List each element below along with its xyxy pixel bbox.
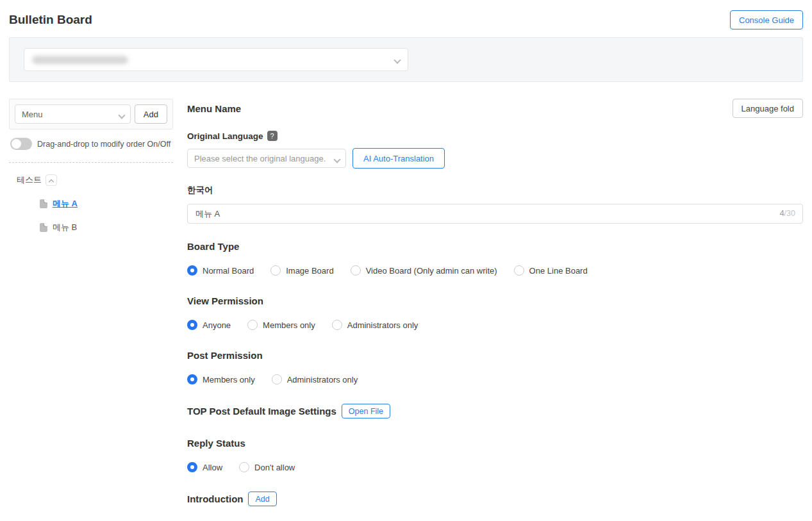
page-header: Bulletin Board Console Guide: [9, 0, 803, 37]
radio-administrators-only[interactable]: Administrators only: [332, 320, 418, 330]
dashed-divider: [9, 162, 173, 163]
radio-anyone[interactable]: Anyone: [187, 320, 231, 330]
radio-label: Administrators only: [347, 320, 418, 330]
radio-label: Don't allow: [254, 463, 295, 472]
radio-icon: [351, 265, 361, 276]
radio-label: One Line Board: [529, 266, 588, 276]
view-permission-label: View Permission: [187, 295, 803, 306]
radio-label: Members only: [263, 320, 315, 330]
bulletin-board-page: Bulletin Board Console Guide Menu Add D: [0, 0, 812, 521]
console-guide-button[interactable]: Console Guide: [730, 10, 803, 29]
site-selector-dropdown[interactable]: [24, 48, 408, 71]
radio-video-board[interactable]: Video Board (Only admin can write): [351, 265, 497, 276]
char-counter-max: /30: [784, 209, 795, 218]
radio-label: Administrators only: [287, 375, 358, 385]
radio-label: Image Board: [286, 266, 333, 276]
introduction-label: Introduction: [187, 493, 243, 504]
radio-administrators-only[interactable]: Administrators only: [272, 374, 358, 385]
radio-icon: [239, 462, 249, 472]
menu-type-select[interactable]: Menu: [15, 104, 131, 124]
menu-type-select-value: Menu: [22, 110, 43, 119]
introduction-add-button[interactable]: Add: [248, 492, 276, 506]
radio-icon: [272, 374, 282, 385]
ai-auto-translation-button[interactable]: AI Auto-Translation: [352, 148, 445, 169]
post-permission-options: Members only Administrators only: [187, 374, 803, 385]
menu-sidebar: Menu Add Drag-and-drop to modify order O…: [9, 99, 173, 233]
help-icon[interactable]: ?: [267, 131, 278, 141]
korean-language-label: 한국어: [187, 185, 803, 196]
original-language-select-placeholder: Please select the original language.: [194, 154, 326, 163]
board-type-label: Board Type: [187, 241, 803, 252]
add-menu-button[interactable]: Add: [135, 104, 167, 124]
collapse-button[interactable]: [46, 174, 57, 186]
drag-drop-toggle-label: Drag-and-drop to modify order On/Off: [37, 140, 170, 149]
original-language-label: Original Language: [187, 131, 263, 141]
radio-selected-icon: [187, 374, 197, 385]
radio-label: Anyone: [203, 320, 231, 330]
radio-allow[interactable]: Allow: [187, 462, 222, 472]
radio-icon: [247, 320, 258, 330]
tree-item-menu-a[interactable]: 메뉴 A: [9, 198, 173, 210]
char-counter: 4/30: [780, 209, 795, 218]
post-permission-label: Post Permission: [187, 350, 803, 361]
top-post-image-label: TOP Post Default Image Settings: [187, 406, 336, 417]
chevron-up-icon: [49, 178, 54, 183]
radio-selected-icon: [187, 462, 197, 472]
radio-label: Normal Board: [203, 266, 254, 276]
top-post-image-section: TOP Post Default Image Settings Open Fil…: [187, 404, 803, 418]
radio-label: Video Board (Only admin can write): [366, 266, 497, 276]
page-title: Bulletin Board: [9, 13, 92, 27]
reply-status-section: Reply Status Allow Don't allow: [187, 438, 803, 472]
tree-item-label: 메뉴 A: [53, 198, 78, 210]
reply-status-options: Allow Don't allow: [187, 462, 803, 472]
file-icon: [40, 223, 47, 232]
korean-name-input[interactable]: [187, 204, 803, 224]
blurred-site-name: [32, 56, 128, 64]
file-icon: [40, 199, 47, 208]
radio-members-only[interactable]: Members only: [187, 374, 255, 385]
radio-image-board[interactable]: Image Board: [270, 265, 333, 276]
tree-item-label: 메뉴 B: [53, 222, 77, 233]
menu-add-box: Menu Add: [9, 99, 173, 129]
original-language-row: Original Language ?: [187, 131, 803, 141]
radio-icon: [514, 265, 524, 276]
tree-root-row: 테스트: [9, 174, 173, 186]
chevron-down-icon: [335, 156, 340, 161]
chevron-down-icon: [119, 112, 124, 117]
menu-settings-panel: Menu Name Language fold Original Languag…: [187, 99, 803, 521]
radio-normal-board[interactable]: Normal Board: [187, 265, 254, 276]
toggle-knob: [12, 139, 21, 149]
radio-label: Allow: [203, 463, 222, 472]
tree-item-menu-b[interactable]: 메뉴 B: [9, 222, 173, 233]
chevron-down-icon: [395, 57, 400, 62]
reply-status-label: Reply Status: [187, 438, 803, 449]
radio-icon: [332, 320, 342, 330]
board-type-options: Normal Board Image Board Video Board (On…: [187, 265, 803, 276]
original-language-controls: Please select the original language. AI …: [187, 148, 803, 169]
post-permission-section: Post Permission Members only Administrat…: [187, 350, 803, 385]
korean-name-input-wrap: 4/30: [187, 204, 803, 224]
menu-name-title: Menu Name: [187, 103, 241, 114]
language-fold-button[interactable]: Language fold: [733, 99, 803, 118]
radio-selected-icon: [187, 265, 197, 276]
tree-root-label: 테스트: [17, 174, 42, 186]
radio-label: Members only: [203, 375, 255, 385]
site-selector-panel: [9, 37, 803, 82]
char-counter-current: 4: [780, 209, 784, 218]
radio-selected-icon: [187, 320, 197, 330]
drag-drop-toggle[interactable]: [10, 138, 32, 150]
radio-one-line-board[interactable]: One Line Board: [514, 265, 588, 276]
introduction-section: Introduction Add: [187, 492, 803, 506]
radio-members-only[interactable]: Members only: [247, 320, 315, 330]
drag-drop-toggle-row: Drag-and-drop to modify order On/Off: [9, 138, 173, 150]
view-permission-options: Anyone Members only Administrators only: [187, 320, 803, 330]
board-type-section: Board Type Normal Board Image Board Vide…: [187, 241, 803, 276]
open-file-button[interactable]: Open File: [342, 404, 390, 418]
original-language-select[interactable]: Please select the original language.: [187, 149, 346, 168]
radio-dont-allow[interactable]: Don't allow: [239, 462, 295, 472]
radio-icon: [270, 265, 281, 276]
menu-name-header: Menu Name Language fold: [187, 99, 803, 118]
view-permission-section: View Permission Anyone Members only Admi…: [187, 295, 803, 330]
